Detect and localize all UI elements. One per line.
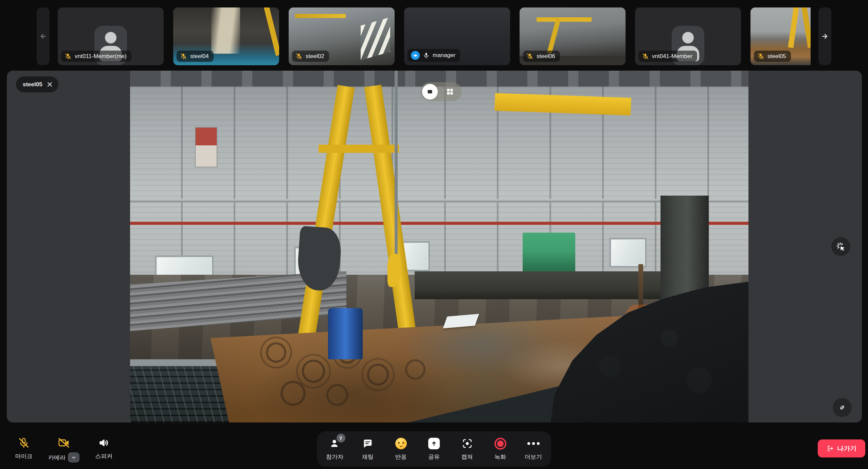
pinned-video-steel05 [130, 71, 748, 422]
single-view-button[interactable] [422, 84, 438, 100]
participants-label: 참가자 [326, 453, 343, 461]
leave-button[interactable]: 나가기 [818, 439, 865, 457]
participant-name: steel06 [537, 53, 555, 60]
smiley-emoji-icon [395, 438, 407, 449]
reactions-button[interactable]: 반응 [386, 437, 416, 461]
participant-tile-vnt041[interactable]: vnt041-Member [635, 7, 741, 65]
participant-name: vnt011-Member(me) [75, 53, 127, 60]
pinned-participant-pill: steel05 [16, 76, 58, 92]
crown-icon [413, 53, 418, 58]
record-label: 녹화 [494, 453, 506, 461]
mic-on-icon [423, 52, 430, 59]
factory-window [609, 238, 646, 268]
crane-crossbar [319, 145, 399, 153]
participant-tile-steel04[interactable]: steel04 [173, 7, 279, 65]
mic-muted-icon [65, 53, 72, 60]
participant-name: steel04 [190, 53, 209, 60]
mic-muted-icon [642, 53, 649, 60]
blue-barrel [328, 308, 363, 359]
mic-muted-icon [526, 53, 534, 60]
participant-name-pill: steel04 [177, 51, 214, 62]
pinned-participant-name: steel05 [23, 81, 42, 88]
more-label: 더보기 [525, 453, 542, 461]
exit-icon [827, 445, 834, 452]
remote-click-button[interactable] [831, 237, 850, 256]
speaker-label: 스피커 [95, 452, 113, 460]
camera-label: 카메라 [48, 454, 66, 462]
participant-tile-steel05[interactable]: steel05 [751, 7, 811, 65]
arrow-left-icon [39, 32, 48, 41]
participant-name-pill: steel05 [754, 51, 791, 62]
cutting-gantry-beam [415, 271, 674, 300]
share-button[interactable]: 공유 [419, 437, 449, 461]
cursor-click-icon [836, 241, 846, 252]
single-view-icon [426, 88, 434, 96]
close-icon[interactable] [47, 81, 53, 88]
mic-muted-icon [757, 53, 764, 60]
participant-name-pill: vnt041-Member [638, 51, 697, 62]
mic-muted-icon [18, 437, 30, 449]
participant-tile-manager[interactable]: manager [404, 7, 510, 65]
mic-muted-icon [180, 53, 187, 60]
camera-off-icon [57, 436, 70, 449]
main-stage: steel05 [7, 71, 862, 422]
participant-name: manager [433, 52, 455, 59]
view-toggle [420, 82, 462, 101]
mic-muted-icon [295, 53, 303, 60]
mic-button[interactable]: 마이크 [7, 436, 40, 463]
record-button[interactable]: 녹화 [485, 437, 516, 461]
participants-button[interactable]: 7 참가자 [320, 437, 350, 461]
grid-view-icon [446, 88, 454, 96]
participant-filmstrip: vnt011-Member(me) steel04 steel02 [0, 0, 868, 72]
capture-label: 캡쳐 [462, 453, 473, 461]
participant-tile-vnt011[interactable]: vnt011-Member(me) [58, 7, 164, 65]
share-screen-icon [428, 438, 440, 449]
speaker-icon [98, 437, 110, 449]
participant-name-pill: vnt011-Member(me) [61, 51, 131, 62]
participant-name: vnt041-Member [652, 53, 692, 60]
leave-label: 나가기 [837, 444, 856, 453]
participant-name: steel05 [767, 53, 786, 60]
more-button[interactable]: 더보기 [518, 437, 549, 461]
capture-button[interactable]: 캡쳐 [452, 437, 483, 461]
participant-count-badge: 7 [337, 434, 345, 443]
participant-tile-steel02[interactable]: steel02 [289, 7, 395, 65]
wall-warning-sign [195, 127, 217, 167]
filmstrip-prev-button[interactable] [37, 7, 50, 65]
wall-rail [130, 199, 748, 202]
filmstrip-next-button[interactable] [818, 7, 831, 65]
meeting-controls-panel: 7 참가자 채팅 반응 공유 [317, 431, 551, 467]
arrow-right-icon [820, 32, 829, 41]
camera-options-button[interactable] [68, 452, 79, 463]
participant-name-pill: manager [408, 49, 460, 62]
chat-icon [362, 438, 374, 449]
reactions-label: 반응 [395, 453, 407, 461]
camera-button[interactable]: 카메라 [48, 436, 80, 463]
mic-label: 마이크 [15, 452, 33, 460]
filmstrip-track: vnt011-Member(me) steel04 steel02 [58, 7, 811, 65]
speaker-button[interactable]: 스피커 [88, 436, 120, 463]
control-toolbar: 마이크 카메라 스피커 7 참가자 [0, 422, 868, 469]
factory-wall [130, 71, 748, 296]
chevron-down-icon [71, 455, 76, 460]
wall-red-stripe [130, 222, 748, 224]
record-icon [494, 438, 506, 450]
vertical-pole [395, 71, 398, 282]
grid-view-button[interactable] [438, 88, 462, 96]
share-label: 공유 [428, 453, 440, 461]
participant-name-pill: steel02 [292, 51, 329, 62]
chat-label: 채팅 [362, 453, 374, 461]
chat-button[interactable]: 채팅 [352, 437, 383, 461]
filmstrip-viewport: vnt011-Member(me) steel04 steel02 [58, 7, 811, 65]
video-call-app: { "colors":{ "page_bg":"#0c0c0d","stage_… [0, 0, 868, 469]
host-crown-badge [411, 51, 420, 60]
device-controls: 마이크 카메라 스피커 [7, 436, 120, 463]
expand-video-button[interactable] [833, 398, 852, 417]
more-dots-icon [527, 438, 540, 449]
participant-name-pill: steel06 [523, 51, 560, 62]
participant-name: steel02 [306, 53, 324, 60]
resize-diagonal-icon [837, 403, 847, 412]
participant-tile-steel06[interactable]: steel06 [520, 7, 626, 65]
capture-icon [462, 438, 473, 449]
